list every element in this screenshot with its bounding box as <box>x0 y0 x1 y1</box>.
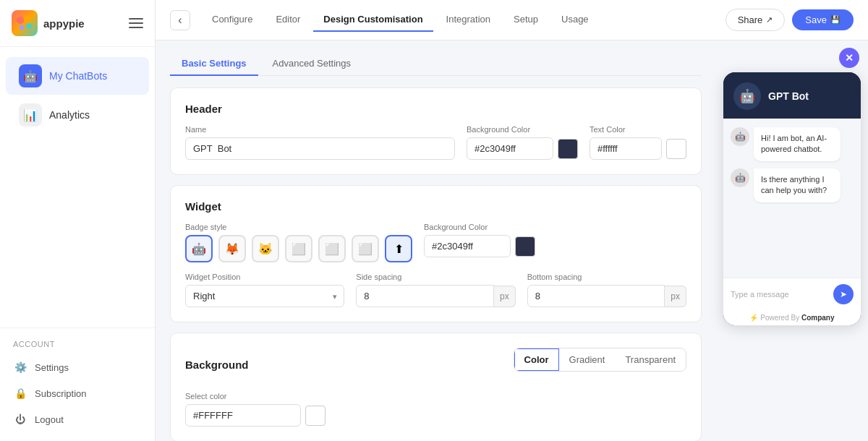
badge-option-5[interactable]: ⬜ <box>318 235 346 262</box>
header-textcolor-group: Text Color <box>590 125 686 160</box>
powered-by-icon: ⚡ <box>749 314 758 322</box>
powered-by-company: Company <box>801 314 835 322</box>
side-spacing-input[interactable] <box>356 285 494 307</box>
bottom-spacing-unit: px <box>665 286 686 307</box>
svg-point-2 <box>26 23 32 29</box>
widget-bg-row <box>424 235 535 257</box>
bottom-spacing-input[interactable] <box>527 285 665 307</box>
bg-transparent-btn[interactable]: Transparent <box>615 348 686 371</box>
top-navigation: ‹ Configure Editor Design Customisation … <box>156 0 868 40</box>
brand-name: appypie <box>43 17 85 30</box>
background-toggle: Color Gradient Transparent <box>514 348 686 372</box>
tab-editor[interactable]: Editor <box>265 8 310 32</box>
bg-gradient-btn[interactable]: Gradient <box>559 348 616 371</box>
save-label: Save <box>805 14 827 25</box>
powered-by-text: Powered By <box>760 314 799 322</box>
bg-color-input[interactable] <box>467 137 553 160</box>
widget-bg-swatch[interactable] <box>515 236 535 257</box>
background-card-header: Background Color Gradient Transparent <box>185 348 686 382</box>
subscription-label: Subscription <box>35 388 87 399</box>
widget-top-row: Badge style 🤖 🦊 🐱 ⬜ ⬜ ⬜ ⬆ Background Co <box>185 223 686 262</box>
bottom-spacing-group: Bottom spacing px <box>527 273 686 307</box>
chat-body: 🤖 Hi! I am bot, an AI-powered chatbot. 🤖… <box>723 119 861 278</box>
position-select[interactable]: Right Left <box>185 285 344 307</box>
header-name-group: Name <box>185 125 455 160</box>
widget-bg-input[interactable] <box>424 235 511 257</box>
select-color-input[interactable] <box>185 404 301 427</box>
badge-option-2[interactable]: 🦊 <box>218 235 246 262</box>
widget-card: Widget Badge style 🤖 🦊 🐱 ⬜ ⬜ ⬜ ⬆ <box>170 185 702 322</box>
side-spacing-row: px <box>356 285 515 307</box>
chatbot-icon: 🤖 <box>19 64 42 87</box>
sidebar-label-analytics: Analytics <box>49 109 90 121</box>
text-color-input[interactable] <box>590 137 662 160</box>
chat-input-placeholder: Type a message <box>731 290 829 299</box>
sidebar-item-analytics[interactable]: 📊 Analytics <box>6 96 149 134</box>
sidebar: appypie 🤖 My ChatBots 📊 Analytics Accoun… <box>0 0 156 441</box>
badge-option-upload[interactable]: ⬆ <box>385 235 412 262</box>
bottom-spacing-row: px <box>527 285 686 307</box>
badge-style-row: 🤖 🦊 🐱 ⬜ ⬜ ⬜ ⬆ <box>185 235 412 262</box>
logout-label: Logout <box>35 414 64 425</box>
chat-message-1: 🤖 Hi! I am bot, an AI-powered chatbot. <box>731 127 854 161</box>
side-spacing-group: Side spacing px <box>356 273 515 307</box>
badge-style-label: Badge style <box>185 223 412 231</box>
subtab-advanced[interactable]: Advanced Settings <box>261 52 362 76</box>
widget-bottom-row: Widget Position Right Left Side spacing <box>185 273 686 307</box>
tab-configure[interactable]: Configure <box>202 8 263 32</box>
topnav-actions: Share ↗ Save 💾 <box>726 9 854 31</box>
badge-option-1[interactable]: 🤖 <box>185 235 213 262</box>
left-panel: Basic Settings Advanced Settings Header … <box>156 40 716 441</box>
header-card-title: Header <box>185 103 686 115</box>
side-spacing-label: Side spacing <box>356 273 515 281</box>
share-label: Share <box>738 14 763 25</box>
name-label: Name <box>185 125 455 134</box>
select-color-swatch[interactable] <box>305 406 326 426</box>
sidebar-header: appypie <box>0 0 155 47</box>
sidebar-item-my-chatbots[interactable]: 🤖 My ChatBots <box>6 57 149 95</box>
name-input[interactable] <box>185 137 455 160</box>
svg-point-0 <box>17 17 24 24</box>
select-color-group: Select color <box>185 392 686 427</box>
badge-option-4[interactable]: ⬜ <box>285 235 312 262</box>
badge-option-6[interactable]: ⬜ <box>352 235 379 262</box>
text-color-label: Text Color <box>590 125 686 134</box>
subtab-basic[interactable]: Basic Settings <box>170 52 258 76</box>
select-color-label: Select color <box>185 392 686 401</box>
save-icon: 💾 <box>830 15 841 25</box>
badge-option-3[interactable]: 🐱 <box>252 235 279 262</box>
chat-powered-by: ⚡ Powered By Company <box>723 310 861 325</box>
position-label: Widget Position <box>185 273 344 281</box>
sidebar-item-subscription[interactable]: 🔒 Subscription <box>6 380 149 406</box>
analytics-icon: 📊 <box>19 103 42 127</box>
sidebar-nav: 🤖 My ChatBots 📊 Analytics <box>0 47 155 327</box>
text-color-row <box>590 137 686 160</box>
bg-color-swatch[interactable] <box>558 139 578 159</box>
save-button[interactable]: Save 💾 <box>792 9 854 30</box>
chat-bubble-2: Is there anything I can help you with? <box>754 168 841 202</box>
chat-avatar-sm-2: 🤖 <box>731 168 749 187</box>
chat-bot-avatar: 🤖 <box>733 82 761 110</box>
logout-icon: ⏻ <box>13 412 27 427</box>
sidebar-account: Account ⚙️ Settings 🔒 Subscription ⏻ Log… <box>0 327 155 441</box>
badge-style-group: Badge style 🤖 🦊 🐱 ⬜ ⬜ ⬜ ⬆ <box>185 223 412 262</box>
close-preview-button[interactable]: ✕ <box>839 48 859 68</box>
text-color-swatch[interactable] <box>666 139 686 159</box>
tab-design[interactable]: Design Customisation <box>313 8 433 32</box>
chat-bubble-1: Hi! I am bot, an AI-powered chatbot. <box>754 127 841 161</box>
sidebar-item-logout[interactable]: ⏻ Logout <box>6 406 149 432</box>
tab-usage[interactable]: Usage <box>551 8 599 32</box>
subscription-icon: 🔒 <box>13 386 27 401</box>
chat-send-button[interactable]: ➤ <box>833 284 854 304</box>
chat-header: 🤖 GPT Bot <box>723 72 861 119</box>
chat-message-2: 🤖 Is there anything I can help you with? <box>731 168 854 202</box>
sidebar-item-settings[interactable]: ⚙️ Settings <box>6 354 149 380</box>
hamburger-icon[interactable] <box>129 18 143 28</box>
share-icon: ↗ <box>766 15 773 25</box>
widget-bg-label: Background Color <box>424 223 535 231</box>
tab-setup[interactable]: Setup <box>503 8 548 32</box>
bg-color-btn[interactable]: Color <box>514 348 559 371</box>
share-button[interactable]: Share ↗ <box>726 9 786 31</box>
tab-integration[interactable]: Integration <box>436 8 501 32</box>
back-button[interactable]: ‹ <box>170 10 190 30</box>
